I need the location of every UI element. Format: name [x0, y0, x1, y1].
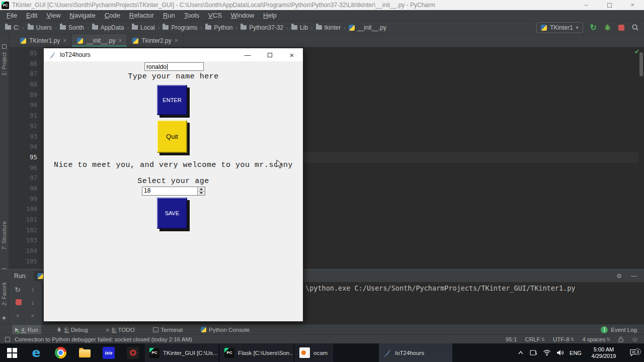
toolwindow-debug[interactable]: 5: Debug [53, 325, 91, 335]
run-config-selector[interactable]: TKinter1 ▾ [536, 22, 583, 33]
close-icon[interactable]: × [63, 37, 66, 44]
tray-chevron-up-icon[interactable] [514, 350, 527, 355]
menu-vcs[interactable]: VCS [204, 12, 226, 19]
menu-run[interactable]: Run [158, 12, 180, 19]
menu-tools[interactable]: Tools [180, 12, 204, 19]
task-label: ocam [313, 350, 328, 356]
toolwindow-label: 6: TODO [112, 327, 135, 333]
taskbar-pycharm-tkinter[interactable]: PC TKinter_GUI [C:\Us... [145, 343, 218, 362]
breadcrumb-item[interactable]: tkinter [316, 24, 341, 31]
tray-language[interactable]: ENG [567, 350, 585, 356]
taskbar-iot24hours[interactable]: IoT24hours [379, 343, 452, 362]
menu-edit[interactable]: Edit [22, 12, 42, 19]
restore-button[interactable] [598, 0, 621, 10]
breadcrumb-item[interactable]: Users [28, 24, 52, 31]
menu-file[interactable]: File [2, 12, 22, 19]
run-button[interactable]: ↻ [590, 24, 597, 32]
menu-code[interactable]: Code [100, 12, 125, 19]
breadcrumb-item[interactable]: Local [132, 24, 155, 31]
indent-selector[interactable]: 4 spaces⇅ [582, 336, 610, 342]
minimize-button[interactable]: — [236, 48, 259, 61]
bug-icon [56, 327, 62, 332]
breadcrumb-item[interactable]: Sonth [60, 24, 84, 31]
breadcrumb-item[interactable]: Python [205, 24, 232, 31]
stop-button[interactable] [14, 299, 23, 307]
settings-gear-icon[interactable]: ⚙ [616, 273, 622, 280]
rerun-button[interactable]: ↻ [13, 286, 22, 293]
tray-tablet-icon[interactable] [527, 349, 540, 356]
breadcrumb-item[interactable]: Programs [163, 24, 197, 31]
tray-volume-icon[interactable] [553, 349, 567, 356]
taskbar-pycharm-flask[interactable]: PC Flask [C:\Users\Son... [220, 343, 293, 362]
tab-tkinter2[interactable]: Tkinter2.py × [127, 34, 183, 47]
down-stack-icon[interactable]: ↓ [28, 298, 37, 306]
close-button[interactable]: × [281, 48, 303, 61]
line-number: 88 [9, 79, 43, 90]
tray-clock[interactable]: 5:00 AM 4/29/2019 [585, 346, 623, 359]
event-log-button[interactable]: 1 Event Log [601, 326, 644, 333]
breadcrumb-item-file[interactable]: __init__.py [349, 24, 386, 31]
close-icon[interactable]: × [175, 37, 178, 44]
start-button[interactable] [0, 343, 24, 362]
up-stack-icon[interactable]: ↑ [28, 286, 37, 294]
toolwindow-terminal[interactable]: ›_ Terminal [150, 325, 186, 335]
toolwindow-python-console[interactable]: Python Console [198, 325, 253, 335]
taskbar-isis[interactable]: isis [97, 343, 121, 362]
more-icon[interactable]: » [28, 312, 37, 318]
tab-tkinter1[interactable]: TKinter1.py × [15, 34, 72, 47]
debug-button[interactable] [604, 24, 611, 31]
breadcrumb-item[interactable]: C: [5, 24, 20, 31]
chevron-right-icon: › [23, 25, 25, 31]
search-icon[interactable] [631, 24, 639, 31]
taskbar-explorer[interactable] [72, 343, 97, 362]
stop-button[interactable] [618, 25, 624, 31]
pycharm-icon: PC [224, 348, 234, 358]
inspection-ok-icon: ✔ [634, 48, 639, 55]
line-separator-selector[interactable]: CRLF⇅ [525, 336, 545, 342]
tool-button-structure[interactable]: 7: Structure [1, 221, 7, 250]
taskbar-edge[interactable]: e [24, 343, 48, 362]
tool-button-project[interactable]: 1: Project [1, 52, 7, 75]
quit-button[interactable]: Quit [157, 120, 187, 153]
encoding-selector[interactable]: UTF-8⇅ [553, 336, 574, 342]
breadcrumb-item[interactable]: Python37-32 [240, 24, 283, 31]
tkinter-titlebar[interactable]: IoT24hours — × [44, 48, 303, 61]
menu-help[interactable]: Help [259, 12, 281, 19]
toolwindow-run[interactable]: 4: Run [12, 325, 41, 335]
hide-panel-icon[interactable]: — [631, 273, 637, 280]
taskbar-ocam[interactable]: ocam [295, 343, 333, 362]
menu-refactor[interactable]: Refactor [125, 12, 158, 19]
reader-mode-icon[interactable] [5, 337, 10, 342]
spin-down-button[interactable] [198, 192, 205, 196]
menu-window[interactable]: Window [226, 12, 259, 19]
caret-position[interactable]: 95:1 [506, 336, 517, 342]
taskbar-chrome[interactable] [48, 343, 72, 362]
chevron-right-icon: › [311, 25, 313, 31]
run-panel-toolbar: ↻ ↑ ↓ » » [9, 282, 42, 324]
toolwindow-todo[interactable]: ≡ 6: TODO [103, 325, 138, 335]
notification-count: 3 [634, 348, 641, 355]
spin-up-button[interactable] [198, 187, 205, 192]
menu-navigate[interactable]: Navigate [65, 12, 100, 19]
highlighting-level-icon[interactable]: ☺ [631, 335, 638, 343]
action-center-button[interactable]: 3 [623, 349, 644, 356]
editor-scrollbar[interactable] [639, 52, 643, 76]
more-icon[interactable]: » [13, 312, 22, 318]
taskbar-media[interactable] [121, 343, 145, 362]
breadcrumb-item[interactable]: Lib [291, 24, 308, 31]
tray-wifi-icon[interactable] [540, 349, 553, 356]
project-icon [2, 44, 7, 49]
age-spinbox[interactable]: 18 [142, 187, 205, 196]
name-entry[interactable]: ronaldo [144, 62, 204, 71]
close-icon[interactable]: × [118, 37, 122, 44]
enter-button[interactable]: ENTER [157, 85, 187, 115]
close-button[interactable]: × [621, 0, 644, 10]
save-button[interactable]: SAVE [157, 198, 187, 229]
maximize-button[interactable] [259, 48, 281, 61]
tab-init-active[interactable]: __init__.py × [72, 34, 127, 47]
menu-view[interactable]: View [42, 12, 65, 19]
minimize-button[interactable]: – [575, 0, 598, 10]
breadcrumb-item[interactable]: AppData [92, 24, 124, 31]
lock-icon[interactable] [618, 336, 623, 342]
chevron-right-icon: › [200, 25, 202, 31]
